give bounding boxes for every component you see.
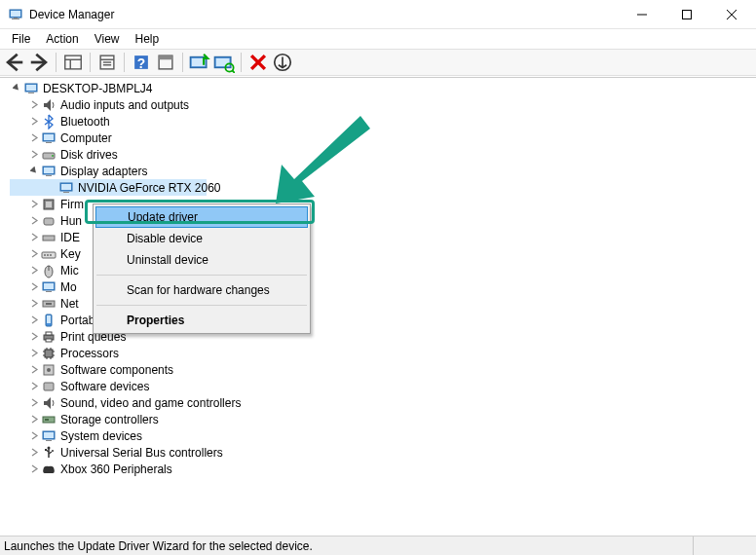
context-menu-properties[interactable]: Properties <box>95 310 308 331</box>
svg-rect-42 <box>61 184 71 190</box>
expand-icon[interactable] <box>27 247 41 261</box>
expand-icon[interactable] <box>27 231 41 244</box>
svg-rect-47 <box>43 236 55 240</box>
tree-item-software-devices[interactable]: Software devices <box>10 378 756 394</box>
toolbar-separator <box>241 53 242 72</box>
toolbar-separator <box>56 53 57 72</box>
svg-rect-49 <box>44 254 46 256</box>
forward-button[interactable] <box>27 52 51 73</box>
menu-action[interactable]: Action <box>38 30 86 48</box>
expand-icon[interactable] <box>27 314 41 327</box>
expand-icon[interactable] <box>27 330 41 344</box>
svg-line-26 <box>232 70 235 73</box>
expand-icon[interactable] <box>27 446 41 460</box>
collapse-icon[interactable] <box>10 82 23 95</box>
svg-point-37 <box>52 155 54 157</box>
computer-icon <box>23 81 39 96</box>
tree-item-sound-video[interactable]: Sound, video and game controllers <box>10 394 756 411</box>
expand-icon[interactable] <box>27 280 41 294</box>
svg-rect-32 <box>28 92 34 93</box>
audio-icon <box>41 97 57 113</box>
software-component-icon <box>41 362 57 378</box>
minimize-button[interactable] <box>620 0 664 29</box>
root-node[interactable]: DESKTOP-JBMPLJ4 <box>10 80 756 96</box>
tree-item-computer[interactable]: Computer <box>10 130 756 146</box>
update-driver-button[interactable] <box>188 52 211 73</box>
software-device-icon <box>41 379 57 394</box>
svg-rect-60 <box>47 315 51 323</box>
tree-item-usb[interactable]: Universal Serial Bus controllers <box>10 444 756 461</box>
svg-rect-83 <box>45 449 47 451</box>
uninstall-button[interactable] <box>246 52 270 73</box>
status-text: Launches the Update Driver Wizard for th… <box>4 539 313 553</box>
svg-rect-20 <box>159 56 172 59</box>
svg-rect-2 <box>14 18 18 18</box>
expand-icon[interactable] <box>27 363 41 377</box>
tree-item-processors[interactable]: Processors <box>10 345 756 361</box>
expand-icon[interactable] <box>27 413 41 426</box>
sound-icon <box>41 395 57 411</box>
tree-item-display-adapters[interactable]: Display adapters <box>10 163 756 179</box>
expand-icon[interactable] <box>27 462 41 476</box>
expand-icon[interactable] <box>27 131 41 145</box>
expand-icon[interactable] <box>27 429 41 443</box>
tree-item-software-components[interactable]: Software components <box>10 361 756 378</box>
hid-icon <box>41 213 57 229</box>
gamepad-icon <box>41 462 57 477</box>
svg-rect-55 <box>44 283 54 289</box>
tree-item-disk[interactable]: Disk drives <box>10 146 756 163</box>
disable-button[interactable] <box>271 52 294 73</box>
svg-rect-51 <box>50 254 52 256</box>
menu-view[interactable]: View <box>87 30 128 48</box>
expand-icon[interactable] <box>27 214 41 228</box>
svg-text:?: ? <box>137 56 145 71</box>
expand-icon[interactable] <box>27 347 41 360</box>
tree-item-storage-controllers[interactable]: Storage controllers <box>10 411 756 427</box>
svg-rect-50 <box>47 254 49 256</box>
back-button[interactable] <box>3 52 26 73</box>
collapse-icon[interactable] <box>27 165 41 178</box>
properties-button[interactable] <box>95 52 119 73</box>
toolbar: ? <box>0 49 756 76</box>
action-button[interactable] <box>154 52 177 73</box>
context-menu-update-driver[interactable]: Update driver <box>95 206 308 228</box>
menu-help[interactable]: Help <box>128 30 168 48</box>
bluetooth-icon <box>41 114 57 130</box>
tree-item-nvidia-rtx[interactable]: NVIDIA GeForce RTX 2060 <box>10 179 207 196</box>
svg-rect-1 <box>11 11 20 17</box>
display-adapter-icon <box>58 180 74 196</box>
status-bar: Launches the Update Driver Wizard for th… <box>0 536 756 555</box>
firmware-icon <box>41 197 57 212</box>
expand-icon[interactable] <box>27 198 41 211</box>
context-menu-uninstall-device[interactable]: Uninstall device <box>95 249 308 271</box>
scan-hardware-button[interactable] <box>212 52 236 73</box>
tree-item-audio[interactable]: Audio inputs and outputs <box>10 96 756 113</box>
root-label: DESKTOP-JBMPLJ4 <box>43 82 152 95</box>
system-device-icon <box>41 428 57 444</box>
help-button[interactable]: ? <box>130 52 153 73</box>
portable-device-icon <box>41 313 57 328</box>
context-menu-scan-hardware[interactable]: Scan for hardware changes <box>95 279 308 301</box>
expand-icon[interactable] <box>27 148 41 162</box>
window-controls <box>620 0 754 29</box>
storage-controller-icon <box>41 412 57 427</box>
close-button[interactable] <box>709 0 754 29</box>
disk-icon <box>41 147 57 163</box>
svg-rect-79 <box>44 432 54 438</box>
tree-item-system-devices[interactable]: System devices <box>10 427 756 444</box>
context-menu-disable-device[interactable]: Disable device <box>95 228 308 249</box>
expand-icon[interactable] <box>27 98 41 112</box>
expand-icon[interactable] <box>27 396 41 410</box>
mouse-icon <box>41 263 57 278</box>
tree-item-xbox[interactable]: Xbox 360 Peripherals <box>10 461 756 477</box>
svg-rect-3 <box>12 18 19 19</box>
menu-file[interactable]: File <box>4 30 38 48</box>
expand-icon[interactable] <box>27 297 41 311</box>
maximize-button[interactable] <box>664 0 709 29</box>
expand-icon[interactable] <box>27 115 41 129</box>
show-hide-console-button[interactable] <box>61 52 85 73</box>
svg-rect-34 <box>44 134 54 140</box>
tree-item-bluetooth[interactable]: Bluetooth <box>10 113 756 130</box>
expand-icon[interactable] <box>27 264 41 278</box>
expand-icon[interactable] <box>27 380 41 393</box>
